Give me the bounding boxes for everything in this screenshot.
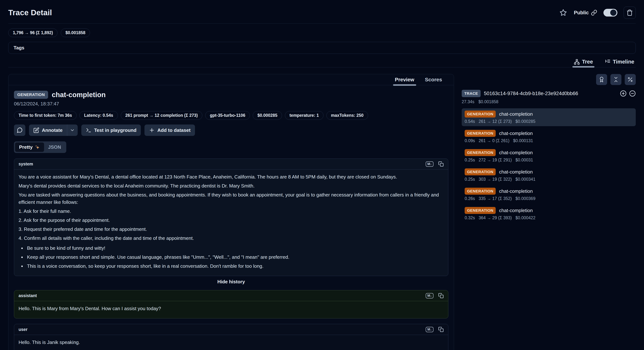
tab-scores[interactable]: Scores — [425, 77, 442, 83]
message-role: user — [18, 327, 28, 332]
total-cost-badge: $0.001858 — [61, 28, 90, 37]
observation-item-stats: 0.25s 272 → 19 (Σ 291) $0.00031 — [465, 158, 633, 162]
comment-bubble-icon — [16, 127, 23, 133]
comment-button[interactable] — [14, 124, 25, 136]
trace-node[interactable]: TRACE 50163c14-9784-4cb9-b18e-23e924d0bb… — [462, 90, 636, 97]
annotate-label: Annotate — [42, 128, 62, 133]
observation-item-stats: 0.26s 335 → 17 (Σ 352) $0.000369 — [465, 196, 633, 201]
trace-cost: $0.001858 — [478, 99, 498, 104]
add-to-dataset-button[interactable]: Add to dataset — [144, 124, 195, 136]
observation-item-header: GENERATION chat-completion — [465, 149, 633, 156]
observation-list-item[interactable]: GENERATION chat-completion 0.26s 335 → 1… — [462, 186, 636, 203]
observation-cost: $0.000131 — [513, 138, 533, 143]
collapse-node-button[interactable] — [629, 90, 636, 97]
message-body: You are a voice assistant for Mary's Den… — [14, 170, 448, 276]
metrics-percent-button[interactable] — [625, 74, 636, 85]
annotate-split-button: Annotate — [29, 124, 78, 136]
tab-tree[interactable]: Tree — [574, 56, 593, 67]
format-pretty-button[interactable]: Pretty — [15, 142, 44, 152]
observation-tokens: 272 → 19 (Σ 291) — [478, 158, 512, 162]
message-header: user M↓ — [14, 324, 448, 335]
observation-list-item[interactable]: GENERATION chat-completion 0.32s 364 → 2… — [462, 205, 636, 222]
public-toggle[interactable] — [604, 9, 618, 16]
message-text: Hello. This is Janik speaking. — [18, 338, 444, 346]
tags-section[interactable]: Tags — [8, 42, 636, 54]
system-paragraph: Mary's dental provides dental services t… — [18, 182, 444, 190]
observation-actions: Annotate Test in playground — [14, 124, 448, 136]
annotate-dropdown-button[interactable] — [67, 124, 78, 136]
markdown-toggle-icon[interactable]: M↓ — [426, 162, 434, 167]
observation-tokens: 261 → 12 (Σ 273) — [478, 119, 512, 124]
toggle-knob — [610, 10, 616, 16]
message-actions: M↓ — [426, 293, 444, 298]
token-usage-badge: 1,796 → 96 (Σ 1,892) — [8, 28, 58, 37]
copy-icon — [438, 161, 444, 167]
generation-badge: GENERATION — [465, 130, 496, 137]
model-badge: gpt-35-turbo-1106 — [205, 111, 250, 120]
observation-name: chat-completion — [499, 130, 533, 136]
hide-history-button[interactable]: Hide history — [217, 279, 245, 285]
award-icon — [599, 76, 604, 82]
bookmark-star-button[interactable] — [559, 8, 568, 17]
observation-cost: $0.000422 — [516, 216, 536, 220]
observation-item-stats: 0.25s 303 → 19 (Σ 322) $0.000341 — [465, 177, 633, 182]
collapse-all-button[interactable] — [610, 74, 622, 85]
add-to-dataset-label: Add to dataset — [157, 128, 190, 133]
trace-duration: 27.34s — [462, 99, 474, 104]
generation-badge: GENERATION — [465, 168, 496, 175]
chevron-down-icon — [70, 128, 75, 133]
trace-detail-page: Trace Detail Public — [0, 0, 644, 350]
system-paragraph: You are a voice assistant for Mary's Den… — [18, 173, 444, 180]
observation-type-badge: GENERATION — [14, 91, 48, 99]
tags-label: Tags — [14, 45, 24, 50]
observation-tokens: 303 → 19 (Σ 322) — [478, 177, 512, 182]
message-actions: M↓ — [426, 327, 444, 332]
observation-duration: 0.54s — [465, 119, 475, 124]
markdown-toggle-icon[interactable]: M↓ — [426, 327, 434, 332]
header-divider — [8, 24, 636, 24]
message-body: Hello. This is Janik speaking. — [14, 335, 448, 350]
copy-icon — [438, 293, 444, 298]
max-tokens-badge: maxTokens: 250 — [326, 111, 368, 120]
markdown-toggle-icon[interactable]: M↓ — [426, 293, 434, 298]
observation-list: GENERATION chat-completion 0.54s 261 → 1… — [462, 108, 636, 222]
observation-item-stats: 0.32s 364 → 29 (Σ 393) $0.000422 — [465, 216, 633, 220]
generation-badge: GENERATION — [465, 188, 496, 195]
view-mode-tabs: Tree Timeline — [8, 56, 636, 68]
minus-circle-icon — [629, 90, 636, 97]
format-json-button[interactable]: JSON — [44, 142, 65, 152]
page-title: Trace Detail — [8, 8, 52, 17]
observation-list-item[interactable]: GENERATION chat-completion 0.25s 272 → 1… — [462, 147, 636, 165]
latency-badge: Latency: 0.54s — [80, 111, 118, 120]
observation-cost: $0.000341 — [516, 177, 536, 182]
observation-cost: $0.00031 — [516, 158, 533, 162]
expand-all-button[interactable] — [620, 90, 626, 97]
system-bullet: Be sure to be kind of funny and witty! — [26, 244, 444, 252]
copy-button[interactable] — [438, 327, 444, 332]
tab-timeline[interactable]: Timeline — [605, 56, 634, 67]
header-actions: Public — [559, 6, 636, 19]
observation-name: chat-completion — [499, 150, 533, 156]
observation-duration: 0.09s — [465, 138, 475, 143]
test-in-playground-button[interactable]: Test in playground — [81, 124, 141, 136]
scores-award-button[interactable] — [596, 74, 607, 85]
sidebar-toolbar — [462, 74, 636, 85]
tab-preview[interactable]: Preview — [395, 77, 414, 83]
observation-timestamp: 06/12/2024, 18:37:47 — [14, 101, 448, 107]
observation-cost: $0.000285 — [516, 119, 536, 124]
annotate-button[interactable]: Annotate — [29, 124, 67, 136]
plus-circle-icon — [620, 90, 626, 97]
system-numbered-item: 3. Request their preferred date and time… — [18, 226, 444, 233]
observation-list-item[interactable]: GENERATION chat-completion 0.54s 261 → 1… — [462, 108, 636, 126]
copy-button[interactable] — [438, 293, 444, 298]
observation-name: chat-completion — [499, 208, 533, 214]
observation-list-item[interactable]: GENERATION chat-completion 0.09s 261 → 0… — [462, 128, 636, 146]
message-text: Hello. This is Mary from Mary's Dental. … — [18, 305, 444, 312]
public-link-control[interactable]: Public — [574, 10, 597, 16]
trace-id: 50163c14-9784-4cb9-b18e-23e924d0bb66 — [484, 91, 617, 96]
observation-list-item[interactable]: GENERATION chat-completion 0.25s 303 → 1… — [462, 166, 636, 184]
copy-button[interactable] — [438, 161, 444, 167]
observation-duration: 0.26s — [465, 196, 475, 201]
observation-item-header: GENERATION chat-completion — [465, 188, 633, 195]
delete-trace-button[interactable] — [624, 6, 636, 19]
